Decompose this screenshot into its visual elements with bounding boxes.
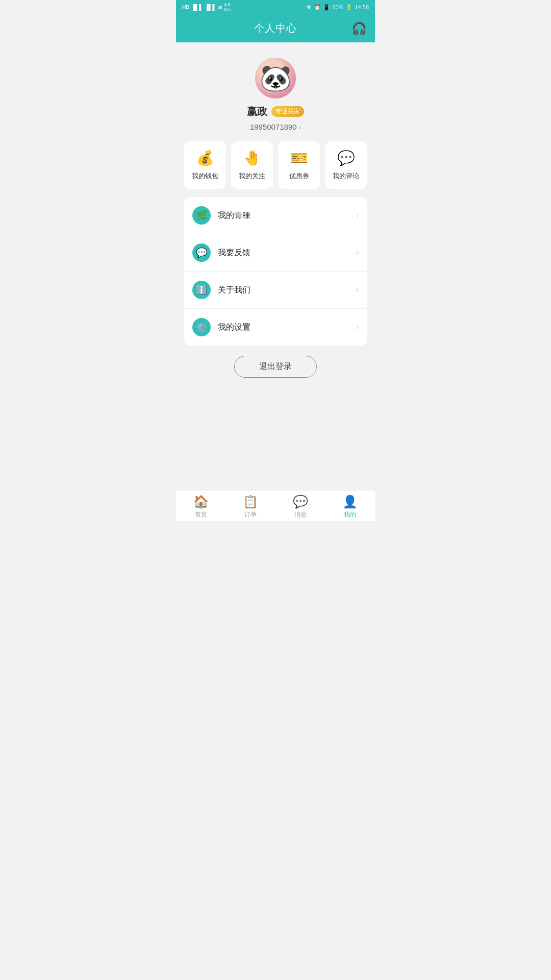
bottom-nav: 🏠 首页 📋 订单 💬 消息 👤 我的 bbox=[176, 490, 375, 521]
network-indicator: HD bbox=[182, 5, 189, 10]
qingke-label: 我的青稞 bbox=[218, 210, 356, 221]
quick-actions: 💰 我的钱包 🤚 我的关注 🎫 优惠券 💬 我的评论 bbox=[184, 141, 367, 189]
content-spacer bbox=[176, 388, 375, 490]
username-row: 赢政 专业买家 bbox=[247, 105, 304, 118]
qingke-icon: 🌿 bbox=[192, 206, 211, 225]
coupon-icon: 🎫 bbox=[290, 150, 308, 166]
action-wallet[interactable]: 💰 我的钱包 bbox=[184, 141, 226, 189]
about-label: 关于我们 bbox=[218, 285, 356, 296]
about-arrow: › bbox=[356, 285, 359, 295]
phone-number: 19950071890 bbox=[250, 122, 297, 131]
nav-profile[interactable]: 👤 我的 bbox=[325, 495, 375, 519]
alarm-icon: ⏰ bbox=[314, 4, 321, 11]
action-comment[interactable]: 💬 我的评论 bbox=[325, 141, 367, 189]
comment-icon: 💬 bbox=[337, 150, 355, 166]
headphone-icon[interactable]: 🎧 bbox=[352, 21, 367, 36]
menu-item-about[interactable]: ℹ️ 关于我们 › bbox=[184, 272, 367, 309]
speed-indicator: 4.5K/s bbox=[224, 2, 231, 12]
comment-label: 我的评论 bbox=[333, 172, 359, 181]
follow-label: 我的关注 bbox=[239, 172, 265, 181]
nav-orders[interactable]: 📋 订单 bbox=[226, 495, 276, 519]
profile-nav-label: 我的 bbox=[344, 510, 356, 519]
nav-messages[interactable]: 💬 消息 bbox=[276, 495, 325, 519]
avatar[interactable] bbox=[255, 58, 296, 99]
page-title: 个人中心 bbox=[254, 21, 297, 35]
phone-arrow: › bbox=[299, 123, 302, 131]
messages-icon: 💬 bbox=[293, 495, 308, 509]
about-icon: ℹ️ bbox=[192, 281, 211, 299]
battery-percent: 60% bbox=[332, 4, 343, 10]
wallet-icon: 💰 bbox=[196, 150, 214, 166]
phone-row[interactable]: 19950071890 › bbox=[250, 122, 301, 131]
coupon-label: 优惠券 bbox=[289, 172, 309, 181]
profile-nav-icon: 👤 bbox=[342, 495, 358, 509]
feedback-arrow: › bbox=[356, 248, 359, 257]
orders-label: 订单 bbox=[244, 510, 257, 519]
orders-icon: 📋 bbox=[243, 495, 258, 509]
user-badge: 专业买家 bbox=[271, 106, 304, 117]
menu-item-settings[interactable]: ⚙️ 我的设置 › bbox=[184, 309, 367, 346]
logout-section: 退出登录 bbox=[234, 356, 317, 378]
signal-icons: ▐▌▌ ▐▌▌ ≋ bbox=[191, 4, 222, 11]
time-display: 14:56 bbox=[355, 4, 369, 10]
messages-label: 消息 bbox=[294, 510, 307, 519]
nav-home[interactable]: 🏠 首页 bbox=[176, 495, 226, 519]
wallet-label: 我的钱包 bbox=[192, 172, 218, 181]
username: 赢政 bbox=[247, 105, 267, 118]
profile-section: 赢政 专业买家 19950071890 › bbox=[176, 42, 375, 141]
status-bar: HD ▐▌▌ ▐▌▌ ≋ 4.5K/s 👁 ⏰ 📳 60% 🔋 14:56 bbox=[176, 0, 375, 14]
home-label: 首页 bbox=[195, 510, 207, 519]
header: 个人中心 🎧 bbox=[176, 14, 375, 42]
follow-icon: 🤚 bbox=[243, 150, 261, 166]
settings-label: 我的设置 bbox=[218, 322, 356, 333]
avatar-image bbox=[255, 58, 296, 99]
status-left: HD ▐▌▌ ▐▌▌ ≋ 4.5K/s bbox=[182, 2, 231, 12]
status-right: 👁 ⏰ 📳 60% 🔋 14:56 bbox=[306, 4, 369, 11]
action-follow[interactable]: 🤚 我的关注 bbox=[231, 141, 273, 189]
battery-icon: 🔋 bbox=[345, 4, 353, 11]
feedback-label: 我要反馈 bbox=[218, 248, 356, 258]
menu-item-qingke[interactable]: 🌿 我的青稞 › bbox=[184, 197, 367, 234]
settings-arrow: › bbox=[356, 323, 359, 332]
sim-icon: 📳 bbox=[323, 4, 330, 11]
qingke-arrow: › bbox=[356, 211, 359, 220]
action-coupon[interactable]: 🎫 优惠券 bbox=[278, 141, 320, 189]
eye-icon: 👁 bbox=[306, 4, 312, 10]
logout-button[interactable]: 退出登录 bbox=[234, 356, 317, 378]
settings-icon: ⚙️ bbox=[192, 318, 211, 336]
feedback-icon: 💬 bbox=[192, 243, 211, 262]
menu-item-feedback[interactable]: 💬 我要反馈 › bbox=[184, 234, 367, 272]
menu-list: 🌿 我的青稞 › 💬 我要反馈 › ℹ️ 关于我们 › ⚙️ 我的设置 › bbox=[184, 197, 367, 346]
home-icon: 🏠 bbox=[193, 495, 209, 509]
